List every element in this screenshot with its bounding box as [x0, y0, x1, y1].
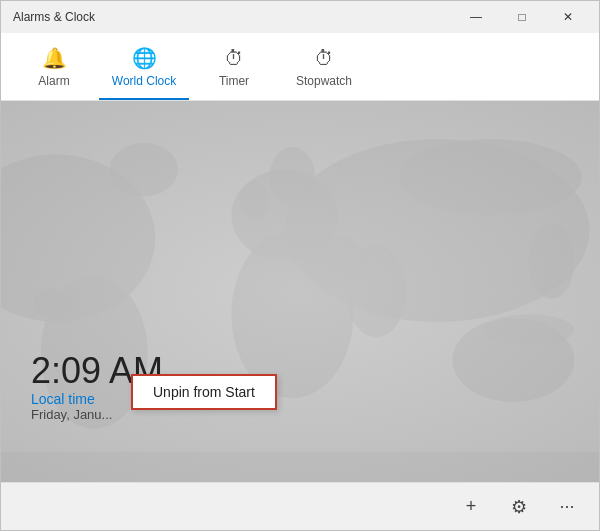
timer-icon: ⏱: [224, 47, 244, 70]
stopwatch-icon: ⏱: [314, 47, 334, 70]
bottom-bar: + ⚙ ···: [1, 482, 599, 530]
window-controls: — □ ✕: [453, 1, 591, 33]
tab-world-clock[interactable]: 🌐 World Clock: [99, 40, 189, 100]
tab-timer[interactable]: ⏱ Timer: [189, 40, 279, 100]
unpin-label: Unpin from Start: [153, 384, 255, 400]
add-button[interactable]: +: [451, 487, 491, 527]
tab-stopwatch-label: Stopwatch: [296, 74, 352, 88]
close-button[interactable]: ✕: [545, 1, 591, 33]
world-clock-icon: 🌐: [132, 46, 157, 70]
tab-timer-label: Timer: [219, 74, 249, 88]
maximize-button[interactable]: □: [499, 1, 545, 33]
main-content: 2:09 AM Local time Friday, Janu... Unpin…: [1, 101, 599, 482]
tab-stopwatch[interactable]: ⏱ Stopwatch: [279, 40, 369, 100]
map-overlay: [1, 101, 599, 482]
unpin-popup[interactable]: Unpin from Start: [131, 374, 277, 410]
minimize-button[interactable]: —: [453, 1, 499, 33]
settings-button[interactable]: ⚙: [499, 487, 539, 527]
tab-world-clock-label: World Clock: [112, 74, 176, 88]
tab-bar: 🔔 Alarm 🌐 World Clock ⏱ Timer ⏱ Stopwatc…: [1, 33, 599, 101]
tab-alarm-label: Alarm: [38, 74, 69, 88]
tab-alarm[interactable]: 🔔 Alarm: [9, 40, 99, 100]
title-bar: Alarms & Clock — □ ✕: [1, 1, 599, 33]
app-window: Alarms & Clock — □ ✕ 🔔 Alarm 🌐 World Clo…: [0, 0, 600, 531]
alarm-icon: 🔔: [42, 46, 67, 70]
window-title: Alarms & Clock: [13, 10, 95, 24]
more-button[interactable]: ···: [547, 487, 587, 527]
